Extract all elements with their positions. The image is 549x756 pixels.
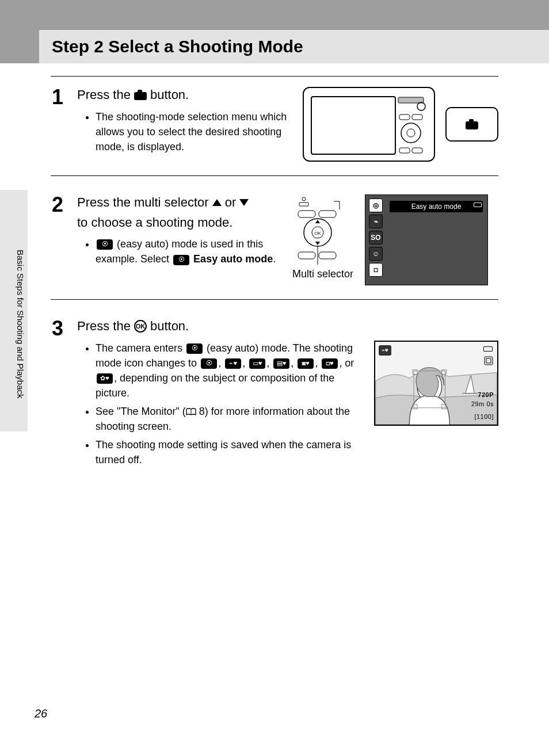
svg-rect-9 [299,203,308,206]
step-3-bullets: The camera enters ⦿ (easy auto) mode. Th… [77,341,361,471]
up-arrow-icon [212,199,222,206]
svg-point-5 [407,129,415,137]
content-area: 1 Press the button. The shooting-mode se… [51,69,498,471]
memory-icon [483,356,494,366]
multi-selector-label: Multi selector [292,268,353,280]
camera-controls-diagram [396,94,428,157]
svg-rect-6 [399,148,410,153]
svg-rect-2 [399,114,410,120]
svg-rect-18 [319,252,336,259]
scene-icon-2: ⌁♥ [225,358,241,369]
easy-auto-icon: ⦿ [173,255,189,265]
mode-icon-so: SO [369,231,383,245]
mode-icon-easy-auto: ◎ [369,198,383,212]
battery-icon [483,346,493,352]
camera-lcd [311,96,396,155]
step-1-illustration [303,87,498,162]
svg-point-8 [302,197,306,201]
sep: , [291,357,296,369]
mode-menu-screen: ◎ ⌁ SO ☺ ◘ Easy auto mode [365,194,488,285]
svg-rect-17 [298,252,315,259]
step-1-bullets: The shooting-mode selection menu which a… [77,109,290,154]
step-1-number: 1 [51,87,64,108]
step-1: 1 Press the button. The shooting-mode se… [51,87,498,162]
easy-auto-icon: ⦿ [186,343,203,354]
mode-icon-smart-portrait: ☺ [369,247,383,261]
rule-top [51,76,498,77]
step-3-bullet-3: The shooting mode setting is saved when … [96,437,361,467]
step-3-bullet-1: The camera enters ⦿ (easy auto) mode. Th… [96,341,361,400]
ok-button-icon: OK [134,320,147,333]
manual-ref-icon [186,408,196,416]
svg-text:OK: OK [314,231,321,236]
step-1-body: Press the button. The shooting-mode sele… [77,87,290,158]
svg-marker-15 [315,220,320,223]
step-3-body: Press the OK button. The camera enters ⦿… [77,318,498,471]
battery-icon [474,203,482,207]
step-3-heading: Press the OK button. [77,318,498,335]
svg-rect-7 [412,148,422,153]
down-arrow-icon [239,199,249,206]
step-3: 3 Press the OK button. The camera enters… [51,318,498,471]
mode-icon-auto: ◘ [369,263,383,277]
sep: , [315,357,321,369]
step-1-heading: Press the button. [77,87,290,104]
step-2-illustration: OK Multi selector ◎ ⌁ [292,194,488,285]
scene-icon-1: ⦿ [201,358,217,369]
scene-icon-5: ◙♥ [298,358,314,369]
mode-menu-selected-label: Easy auto mode [411,203,462,211]
s3b1c: , depending on the subject or compositio… [96,372,334,399]
shooting-screen-illustration: ⌁♥ 720P 29m 0s [1100] [374,341,498,426]
step-2-bullets: ⦿ (easy auto) mode is used in this examp… [77,236,280,266]
svg-point-1 [417,102,425,110]
svg-marker-16 [315,242,320,245]
step-1-head-a: Press the [77,87,131,104]
mode-icon-scene: ⌁ [369,215,383,228]
shots-remaining: [1100] [474,413,494,420]
step-2-section: 2 Press the multi selector or to choose … [51,175,498,285]
side-section-label: Basic Steps for Shooting and Playback [16,250,25,399]
step-2-head-c: to choose a shooting mode. [77,215,232,231]
step-2-body: Press the multi selector or to choose a … [77,194,280,270]
sep: , [218,357,224,369]
step-2: 2 Press the multi selector or to choose … [51,194,498,285]
sep: , [242,357,248,369]
svg-rect-3 [412,114,422,120]
scene-icon-7: ✿♥ [97,373,113,384]
svg-rect-0 [398,97,424,103]
current-mode-icon: ⌁♥ [379,345,391,356]
scene-icon-3: ▭♥ [249,358,265,369]
page-number: 26 [35,707,47,720]
sep: , [266,357,272,369]
step-1-bullet-1-text: The shooting-mode selection menu which a… [96,111,287,152]
step-1-head-b: button. [150,87,189,104]
easy-auto-icon: ⦿ [97,239,113,250]
svg-rect-11 [319,211,336,217]
step-2-bullet-1b: Easy auto mode [193,253,273,265]
svg-rect-31 [486,358,491,363]
mode-menu-sidebar: ◎ ⌁ SO ☺ ◘ [369,198,383,277]
step-3-number: 3 [51,318,64,339]
recording-time: 29m 0s [471,400,494,407]
s3b2a: See "The Monitor" ( [96,406,186,417]
svg-rect-30 [485,357,493,365]
multi-selector-diagram: OK Multi selector [292,194,353,280]
step-2-head-b: or [225,194,237,211]
svg-point-4 [401,123,421,143]
step-3-head-a: Press the [77,318,131,335]
title-bar: Step 2 Select a Shooting Mode [39,30,549,63]
sep-or: , or [339,357,354,369]
camera-mode-icon [466,119,478,129]
step-2-head-a: Press the multi selector [77,194,209,211]
step-2-heading: Press the multi selector or to choose a … [77,194,280,231]
mode-button-callout [445,107,498,142]
page-title: Step 2 Select a Shooting Mode [52,37,303,56]
svg-rect-10 [298,211,315,217]
step-3-section: 3 Press the OK button. The camera enters… [51,299,498,471]
step-2-bullet-1c: . [273,253,276,265]
step-3-bullet-2: See "The Monitor" ( 8) for more informat… [96,404,361,434]
scene-icon-6: ◘♥ [322,358,338,369]
step-3-head-b: button. [150,318,189,335]
video-resolution: 720P [478,391,494,398]
camera-back-diagram [303,87,435,162]
